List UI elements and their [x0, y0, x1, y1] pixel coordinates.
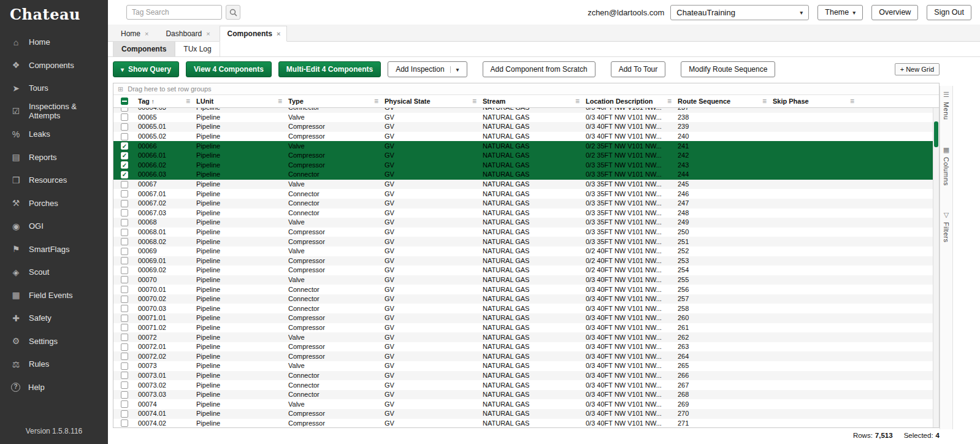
row-checkbox[interactable] [121, 113, 128, 121]
table-row[interactable]: 00070.03PipelineConnectorGVNATURAL GAS0/… [113, 304, 939, 313]
row-checkbox[interactable] [121, 372, 128, 379]
row-checkbox[interactable] [121, 171, 128, 178]
row-checkbox[interactable] [121, 161, 128, 169]
column-menu-icon[interactable]: ≡ [667, 97, 673, 105]
sidebar-item-safety[interactable]: ✚ Safety [0, 307, 108, 330]
sidebar-item-porches[interactable]: ⚒ Porches [0, 192, 108, 215]
table-row[interactable]: 00065PipelineValveGVNATURAL GAS0/3 40FT … [113, 113, 939, 123]
rail-menu[interactable]: ☰ Menu [943, 91, 950, 120]
row-checkbox[interactable] [121, 410, 128, 418]
sidebar-item-ogi[interactable]: ◉ OGI [0, 215, 108, 238]
row-checkbox[interactable] [121, 190, 128, 197]
table-row[interactable]: 00069.02PipelineCompressorGVNATURAL GAS0… [113, 266, 939, 275]
table-row[interactable]: 00067.03PipelineConnectorGVNATURAL GAS0/… [113, 209, 939, 218]
table-row[interactable]: 00073PipelineValveGVNATURAL GAS0/3 40FT … [113, 361, 939, 371]
table-row[interactable]: 00070.02PipelineConnectorGVNATURAL GAS0/… [113, 294, 939, 304]
multi-edit-button[interactable]: Multi-Edit 4 Components [278, 61, 381, 77]
column-menu-icon[interactable]: ≡ [374, 97, 380, 105]
row-checkbox[interactable] [121, 324, 128, 331]
row-checkbox[interactable] [121, 362, 128, 370]
table-row[interactable]: 00066.03PipelineConnectorGVNATURAL GAS0/… [113, 170, 939, 180]
row-checkbox[interactable] [121, 200, 128, 207]
row-checkbox[interactable] [121, 400, 128, 408]
tab-home[interactable]: Home × [113, 26, 155, 42]
column-header-stream[interactable]: Stream≡ [480, 95, 583, 107]
rail-filters[interactable]: ▽ Filters [943, 211, 950, 242]
site-dropdown[interactable]: ChateauTraining ▾ [670, 5, 809, 20]
add-inspection-button[interactable]: Add Inspection ▾ [388, 61, 467, 77]
sidebar-item-reports[interactable]: ▤ Reports [0, 146, 108, 169]
table-row[interactable]: 00074.01PipelineCompressorGVNATURAL GAS0… [113, 409, 939, 419]
table-row[interactable]: 00070PipelineValveGVNATURAL GAS0/3 40FT … [113, 275, 939, 285]
row-checkbox[interactable] [121, 209, 128, 216]
row-checkbox[interactable] [121, 334, 128, 341]
row-checkbox[interactable] [121, 181, 128, 188]
row-checkbox[interactable] [121, 276, 128, 283]
row-checkbox[interactable] [121, 391, 128, 399]
select-all-checkbox[interactable] [121, 98, 128, 105]
tab-close-icon[interactable]: × [277, 30, 280, 37]
row-checkbox[interactable] [121, 419, 128, 427]
row-checkbox[interactable] [121, 286, 128, 293]
row-checkbox[interactable] [121, 305, 128, 312]
tag-search-input[interactable] [126, 5, 222, 20]
theme-button[interactable]: Theme ▾ [817, 5, 863, 20]
chevron-down-icon[interactable]: ▾ [450, 66, 459, 73]
tab-dashboard[interactable]: Dashboard × [158, 26, 216, 42]
view-components-button[interactable]: View 4 Components [186, 61, 272, 77]
table-row[interactable]: 00074.02PipelineCompressorGVNATURAL GAS0… [113, 419, 939, 427]
row-checkbox[interactable] [121, 353, 128, 360]
table-row[interactable]: 00071.01PipelineCompressorGVNATURAL GAS0… [113, 313, 939, 323]
row-checkbox[interactable] [121, 343, 128, 351]
sidebar-item-resources[interactable]: ❒ Resources [0, 169, 108, 192]
table-row[interactable]: 00066.01PipelineCompressorGVNATURAL GAS0… [113, 151, 939, 161]
sidebar-item-help[interactable]: ? Help [0, 376, 108, 399]
column-header-type[interactable]: Type≡ [286, 95, 382, 107]
table-row[interactable]: 00072PipelineValveGVNATURAL GAS0/3 40FT … [113, 332, 939, 342]
row-checkbox[interactable] [121, 133, 128, 140]
row-checkbox[interactable] [121, 315, 128, 322]
column-menu-icon[interactable]: ≡ [186, 97, 191, 105]
column-menu-icon[interactable]: ≡ [850, 97, 856, 105]
column-header-skip[interactable]: Skip Phase≡ [770, 95, 858, 107]
rail-columns[interactable]: ▦ Columns [943, 146, 950, 186]
row-checkbox[interactable] [121, 123, 128, 131]
sidebar-item-home[interactable]: ⌂ Home [0, 31, 108, 54]
row-checkbox[interactable] [121, 267, 128, 274]
show-query-button[interactable]: ▾ Show Query [113, 61, 179, 77]
table-row[interactable]: 00065.02PipelineCompressorGVNATURAL GAS0… [113, 132, 939, 142]
new-grid-button[interactable]: + New Grid [895, 63, 940, 75]
scrollbar-thumb[interactable] [934, 121, 938, 147]
sidebar-item-components[interactable]: ❖ Components [0, 54, 108, 77]
table-row[interactable]: 00066PipelineValveGVNATURAL GAS0/2 35FT … [113, 141, 939, 151]
sidebar-item-inspections[interactable]: ☑ Inspections & Attempts [0, 100, 108, 123]
sign-out-button[interactable]: Sign Out [927, 5, 971, 20]
table-row[interactable]: 00073.01PipelineConnectorGVNATURAL GAS0/… [113, 371, 939, 381]
table-row[interactable]: 00072.01PipelineCompressorGVNATURAL GAS0… [113, 342, 939, 352]
vertical-scrollbar[interactable] [933, 108, 939, 427]
row-checkbox[interactable] [121, 142, 128, 150]
table-row[interactable]: 00071.02PipelineCompressorGVNATURAL GAS0… [113, 323, 939, 333]
column-header-location[interactable]: Location Description≡ [583, 95, 675, 107]
row-checkbox[interactable] [121, 257, 128, 264]
table-row[interactable]: 00068.01PipelineCompressorGVNATURAL GAS0… [113, 228, 939, 237]
table-row[interactable]: 00068PipelineValveGVNATURAL GAS0/3 35FT … [113, 218, 939, 228]
table-row[interactable]: 00065.01PipelineCompressorGVNATURAL GAS0… [113, 122, 939, 132]
table-row[interactable]: 00069.01PipelineCompressorGVNATURAL GAS0… [113, 256, 939, 266]
table-row[interactable]: 00064.03PipelineConnectorGVNATURAL GAS0/… [113, 108, 939, 113]
row-checkbox[interactable] [121, 248, 128, 255]
sidebar-item-tours[interactable]: ➤ Tours [0, 77, 108, 100]
row-checkbox[interactable] [121, 381, 128, 389]
table-row[interactable]: 00072.02PipelineCompressorGVNATURAL GAS0… [113, 351, 939, 361]
column-menu-icon[interactable]: ≡ [472, 97, 478, 105]
sidebar-item-scout[interactable]: ◈ Scout [0, 261, 108, 284]
column-header-route[interactable]: Route Sequence≡ [675, 95, 770, 107]
row-checkbox[interactable] [121, 229, 128, 236]
sidebar-item-rules[interactable]: ⚖ Rules [0, 353, 108, 376]
table-row[interactable]: 00067.01PipelineConnectorGVNATURAL GAS0/… [113, 189, 939, 199]
tab-components[interactable]: Components × [220, 26, 288, 42]
modify-route-sequence-button[interactable]: Modify Route Sequence [681, 61, 775, 77]
add-component-from-scratch-button[interactable]: Add Component from Scratch [483, 61, 595, 77]
row-checkbox[interactable] [121, 219, 128, 226]
column-menu-icon[interactable]: ≡ [575, 97, 581, 105]
